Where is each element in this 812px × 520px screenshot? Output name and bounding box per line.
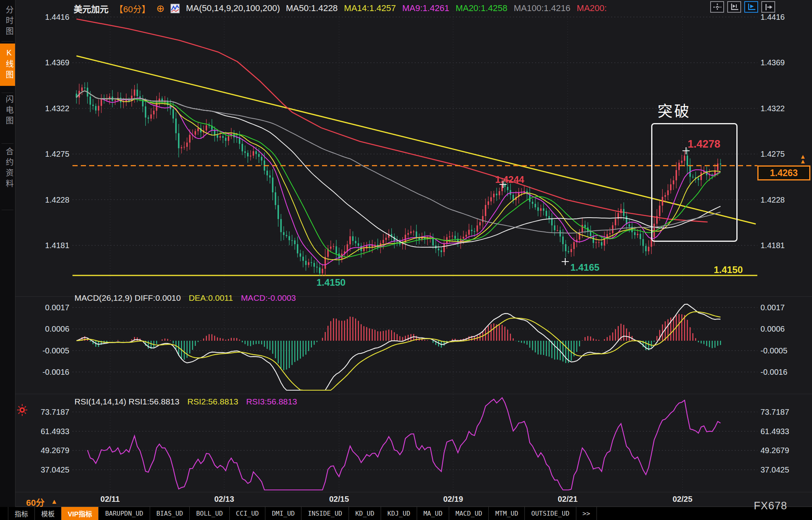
tab-kdj-ud[interactable]: KDJ_UD bbox=[381, 507, 417, 520]
sidebar-item-time-chart[interactable]: 分时图 bbox=[0, 6, 15, 38]
candle-body bbox=[438, 249, 439, 251]
rsi-tick: 49.2679 bbox=[761, 446, 789, 455]
candle-body bbox=[482, 216, 484, 222]
candle-body bbox=[416, 232, 417, 238]
candle-body bbox=[532, 202, 534, 204]
period-badge: 【60分】 bbox=[114, 2, 150, 15]
date-tick: 02/21 bbox=[558, 495, 578, 504]
candle-body bbox=[474, 231, 475, 232]
candle-body bbox=[280, 219, 282, 232]
macd-panel-header: MACD(26,12,9) DIFF:0.0010 DEA:0.0011 MAC… bbox=[74, 293, 296, 303]
tab-ma-ud[interactable]: MA_UD bbox=[417, 507, 449, 520]
candle-body bbox=[308, 262, 309, 265]
price-tick: 1.4322 bbox=[761, 104, 785, 113]
tab-kd-ud[interactable]: KD_UD bbox=[349, 507, 381, 520]
candle-body bbox=[134, 89, 135, 95]
sidebar-item-label: 分时图 bbox=[0, 6, 15, 38]
macd-tick: -0.0005 bbox=[22, 346, 69, 355]
candle-body bbox=[538, 207, 539, 211]
tab-模板[interactable]: 模板 bbox=[35, 507, 61, 520]
candle-body bbox=[283, 232, 285, 235]
macd-dea-value: DEA:0.0011 bbox=[189, 293, 233, 303]
tab-mtm-ud[interactable]: MTM_UD bbox=[489, 507, 525, 520]
price-tick: 1.4416 bbox=[761, 13, 785, 22]
candle-body bbox=[316, 267, 318, 268]
candle-body bbox=[570, 249, 572, 252]
candle-body bbox=[247, 153, 249, 156]
axis-play-icon[interactable] bbox=[744, 1, 758, 13]
move-crosshair-icon[interactable] bbox=[710, 1, 724, 13]
candle-body bbox=[181, 147, 182, 148]
tab--[interactable]: >> bbox=[576, 507, 597, 520]
candle-body bbox=[275, 192, 276, 205]
candle-body bbox=[313, 263, 315, 267]
cross-marker bbox=[562, 258, 569, 265]
shift-right-icon[interactable] bbox=[761, 1, 775, 13]
candle-body bbox=[84, 87, 86, 88]
symbol-name: 美元加元 bbox=[74, 2, 109, 15]
price-tick: 1.4369 bbox=[22, 58, 69, 67]
candle-body bbox=[278, 205, 279, 219]
candle-body bbox=[559, 230, 561, 237]
candle-body bbox=[645, 246, 647, 251]
tab-bias-ud[interactable]: BIAS_UD bbox=[150, 507, 190, 520]
candle-body bbox=[634, 232, 636, 235]
tab-barupdn-ud[interactable]: BARUPDN_UD bbox=[99, 507, 150, 520]
candle-body bbox=[355, 241, 356, 243]
tab-macd-ud[interactable]: MACD_UD bbox=[449, 507, 489, 520]
tab-dmi-ud[interactable]: DMI_UD bbox=[265, 507, 301, 520]
price-tick: 1.4228 bbox=[761, 195, 785, 204]
candle-body bbox=[408, 233, 409, 235]
candle-body bbox=[507, 187, 509, 190]
candle-body bbox=[410, 232, 412, 233]
tab-vip指标[interactable]: VIP指标 bbox=[61, 507, 99, 520]
candle-body bbox=[272, 178, 274, 192]
macd-tick: -0.0016 bbox=[761, 368, 787, 377]
axis-rewind-icon[interactable] bbox=[727, 1, 741, 13]
candle-body bbox=[244, 151, 246, 153]
ma-value: MA50:1.4228 bbox=[286, 3, 338, 13]
rsi-tick: 37.0425 bbox=[761, 465, 789, 474]
candle-body bbox=[153, 111, 155, 114]
candle-body bbox=[219, 136, 221, 138]
candle-body bbox=[178, 133, 179, 148]
alert-bell-icon[interactable] bbox=[15, 403, 29, 419]
macd-tick: -0.0016 bbox=[22, 368, 69, 377]
macd-params-value: MACD(26,12,9) DIFF:0.0010 bbox=[74, 293, 181, 303]
add-indicator-icon[interactable]: ⊕ bbox=[156, 4, 165, 13]
trading-app-window: 分时图 K线图 闪电图 合约资料 美元加元 【60分】 ⊕ MA(50,14,9… bbox=[0, 0, 812, 520]
sidebar-item-label: K线图 bbox=[0, 48, 15, 81]
price-up-arrows-icon: ▲▲ bbox=[800, 154, 806, 164]
candle-body bbox=[299, 253, 301, 256]
candle-body bbox=[98, 106, 99, 110]
sidebar: 分时图 K线图 闪电图 合约资料 bbox=[0, 0, 15, 520]
macd-tick: -0.0005 bbox=[761, 346, 787, 355]
candle-body bbox=[609, 233, 611, 234]
tab-boll-ud[interactable]: BOLL_UD bbox=[190, 507, 229, 520]
sidebar-item-flash-chart[interactable]: 闪电图 bbox=[0, 95, 15, 127]
chart-canvas bbox=[0, 0, 812, 520]
support-label-green: 1.4150 bbox=[316, 277, 345, 288]
rsi-line bbox=[88, 398, 721, 490]
mini-chart-icon bbox=[170, 4, 180, 13]
candle-body bbox=[175, 118, 177, 133]
ma-value: MA14:1.4257 bbox=[344, 3, 396, 13]
sidebar-item-label: 闪电图 bbox=[0, 95, 15, 127]
macd-tick: 0.0017 bbox=[22, 303, 69, 312]
candle-body bbox=[562, 237, 564, 244]
sidebar-item-candle-chart[interactable]: K线图 bbox=[0, 44, 15, 86]
bottom-period-control[interactable]: 60分 ▲ bbox=[26, 495, 57, 508]
tab-cci-ud[interactable]: CCI_UD bbox=[230, 507, 266, 520]
candle-body bbox=[172, 109, 174, 119]
tab-inside-ud[interactable]: INSIDE_UD bbox=[301, 507, 349, 520]
candle-body bbox=[540, 208, 542, 211]
ma-settings-label: MA(50,14,9,20,100,200) bbox=[186, 3, 280, 13]
sidebar-item-contract-info[interactable]: 合约资料 bbox=[0, 147, 15, 190]
candle-body bbox=[186, 142, 188, 147]
panel-divider bbox=[15, 394, 812, 394]
tab-指标[interactable]: 指标 bbox=[8, 507, 35, 520]
fx678-watermark: FX678 bbox=[754, 500, 787, 512]
breakout-annotation: 突破 bbox=[658, 99, 691, 121]
tab-outside-ud[interactable]: OUTSIDE_UD bbox=[525, 507, 576, 520]
candle-body bbox=[490, 197, 492, 201]
